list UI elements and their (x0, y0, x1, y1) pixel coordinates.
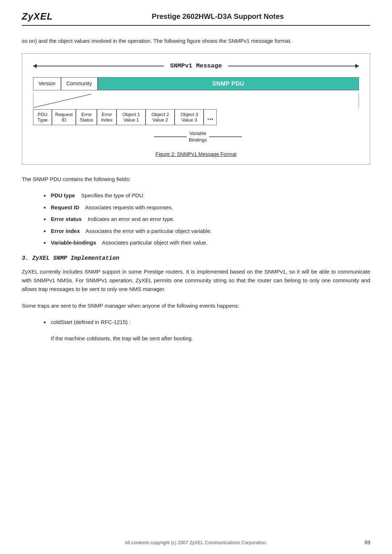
connector-area (33, 94, 359, 108)
footer-text: All contents copyright (c) 2007 ZyXEL Co… (0, 540, 392, 545)
page-number: 69 (364, 539, 370, 545)
dots-cell: ... (204, 109, 217, 125)
list-item: Error index Associates the error with a … (44, 227, 370, 235)
snmp-diagram: SNMPv1 Message Version Community SNMP PD… (22, 53, 370, 165)
object1-cell: Object 1Value 1 (117, 109, 146, 125)
field-name: Error status (51, 216, 82, 222)
arrow-line-left (33, 66, 164, 66)
arrow-row: SNMPv1 Message (33, 62, 359, 69)
page-header: ZyXEL Prestige 2602HWL-D3A Support Notes (22, 11, 370, 26)
list-item: Request ID Associates requests with resp… (44, 204, 370, 212)
pdu-type-cell: PDUType (33, 109, 52, 125)
section3-text2: Some traps are sent to the SNMP manager … (22, 301, 370, 310)
traps-list: coldStart (defined in RFC-1215) : (22, 318, 370, 327)
pdu-intro-text: The SNMP PDU contains the following fiel… (22, 175, 370, 184)
pdu-detail-row: PDUType RequestID ErrorStatus ErrorIndex… (33, 109, 359, 125)
section3-heading: 3. ZyXEL SNMP Implementation (22, 255, 370, 262)
pdu-fields-list: PDU type Specifies the type of PDU. Requ… (22, 192, 370, 247)
figure-caption: Figure 2: SNMPv1 Message Format (33, 151, 359, 157)
request-id-cell: RequestID (52, 109, 76, 125)
error-status-cell: ErrorStatus (76, 109, 97, 125)
arrow-line-right (228, 66, 359, 66)
list-item: coldStart (defined in RFC-1215) : (44, 318, 370, 327)
coldstart-description: If the machine coldstarts, the trap will… (22, 334, 370, 343)
version-cell: Version (33, 77, 61, 90)
list-item: Error status Indicates an error and an e… (44, 215, 370, 223)
list-item: PDU type Specifies the type of PDU. (44, 192, 370, 200)
object2-cell: Object 2Value 2 (146, 109, 175, 125)
variable-bindings-row: VariableBindings (37, 130, 359, 143)
msg-top-row: Version Community SNMP PDU (33, 77, 359, 90)
arrow-label: SNMPv1 Message (164, 62, 229, 69)
vb-line-left (154, 136, 187, 137)
field-name: Error index (51, 228, 80, 234)
zyxel-logo: ZyXEL (22, 11, 65, 22)
section3-text1: ZyXEL currently includes SNMP support in… (22, 267, 370, 294)
connector-svg (33, 94, 359, 108)
page-title: Prestige 2602HWL-D3A Support Notes (65, 12, 370, 21)
error-index-cell: ErrorIndex (97, 109, 117, 125)
snmp-pdu-cell: SNMP PDU (98, 77, 359, 90)
intro-paragraph: so on) and the object values involved in… (22, 37, 370, 45)
vb-line-right (209, 136, 242, 137)
list-item: Variable-bindings Associates particular … (44, 239, 370, 247)
field-name: Variable-bindings (51, 239, 96, 246)
svg-line-1 (33, 94, 92, 108)
field-name: PDU type (51, 192, 75, 198)
field-name: Request ID (51, 204, 79, 210)
variable-bindings-label: VariableBindings (189, 130, 207, 143)
community-cell: Community (61, 77, 98, 90)
object3-cell: Object 3Value 3 (175, 109, 204, 125)
